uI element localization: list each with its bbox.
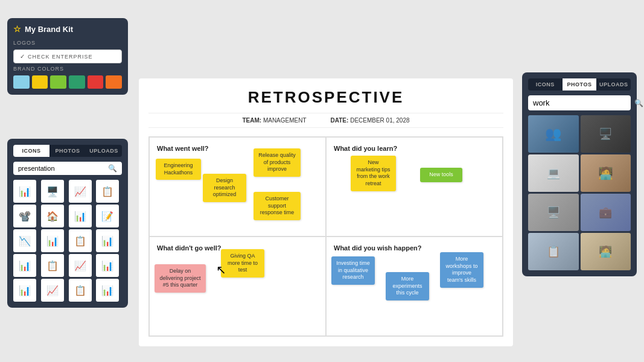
- search-icon: 🔍: [108, 164, 117, 173]
- sticky-marketing[interactable]: New marketing tips from the work retreat: [351, 156, 396, 191]
- photos-tab-icons[interactable]: ICONS: [528, 78, 563, 91]
- color-swatch-0[interactable]: [13, 75, 30, 89]
- retro-panel: RETROSPECTIVE TEAM: MANAGEMENT DATE: DEC…: [139, 78, 513, 346]
- photos-search-box: 🔍: [528, 95, 631, 110]
- retro-meta: TEAM: MANAGEMENT DATE: DECEMBER 01, 2028: [148, 113, 503, 128]
- brand-kit-title: My Brand Kit: [25, 25, 73, 34]
- retro-date: DATE: DECEMBER 01, 2028: [331, 117, 410, 124]
- brand-kit-header: ☆ My Brand Kit: [13, 24, 122, 34]
- photo-people-0: 👥: [528, 115, 579, 153]
- tab-icons[interactable]: ICONS: [13, 145, 49, 157]
- icon-cell-7[interactable]: 📝: [96, 205, 119, 227]
- quadrant-not-well: What didn't go well? ↖ Delay on deliveri…: [149, 237, 326, 336]
- photos-panel: ICONS PHOTOS UPLOADS 🔍 👥 🖥️ 💻 🧑‍💻 🖥️ 💼: [522, 72, 637, 276]
- sticky-delay[interactable]: Delay on delivering project #5 this quar…: [155, 264, 206, 293]
- photo-desk-7: 🧑‍💻: [581, 233, 631, 270]
- photos-search-input[interactable]: [533, 98, 634, 107]
- icons-grid: 📊 🖥️ 📈 📋 📽️ 🏠 📊 📝 📉 📊 📋 📊 📊 📋 📈 📊 📊 📈 📋 …: [13, 180, 122, 302]
- brand-colors-label: BRAND COLORS: [13, 66, 122, 72]
- sticky-design[interactable]: Design research optimized: [203, 174, 246, 202]
- icon-search-input[interactable]: [18, 165, 108, 172]
- photos-search-icon: 🔍: [634, 99, 643, 107]
- quadrant-learn: What did you learn? New marketing tips f…: [326, 137, 503, 237]
- sticky-qa[interactable]: Giving QA more time to test: [221, 249, 264, 278]
- quadrant-wish: What did you wish happen? Investing time…: [326, 237, 503, 336]
- icon-cell-9[interactable]: 📊: [41, 229, 64, 252]
- icon-cell-16[interactable]: 📊: [13, 279, 36, 302]
- star-icon: ☆: [13, 24, 21, 34]
- photo-laptop-2: 💻: [528, 154, 579, 192]
- tab-uploads[interactable]: UPLOADS: [86, 145, 122, 157]
- icon-cell-18[interactable]: 📋: [69, 279, 92, 302]
- sticky-workshops[interactable]: More workshops to improve team's skills: [440, 252, 483, 288]
- icon-cell-6[interactable]: 📊: [69, 205, 92, 227]
- media-tabs-row: ICONS PHOTOS UPLOADS: [13, 145, 122, 157]
- sticky-tools[interactable]: New tools: [420, 168, 462, 182]
- check-icon: ✓: [20, 53, 25, 60]
- photo-cell-1[interactable]: 🖥️: [581, 115, 631, 153]
- photo-cell-2[interactable]: 💻: [528, 154, 579, 192]
- icon-cell-4[interactable]: 📽️: [13, 205, 36, 227]
- icon-cell-1[interactable]: 🖥️: [41, 180, 64, 203]
- icon-search-box: 🔍: [13, 162, 122, 175]
- sticky-customer[interactable]: Customer support response time: [253, 192, 301, 220]
- icon-cell-3[interactable]: 📋: [96, 180, 119, 203]
- quadrant-learn-title: What did you learn?: [334, 145, 495, 152]
- icon-cell-15[interactable]: 📊: [96, 254, 119, 277]
- brand-colors-row: [13, 75, 122, 89]
- photo-cell-0[interactable]: 👥: [528, 115, 579, 153]
- photo-team-6: 📋: [528, 233, 579, 270]
- sticky-engineering[interactable]: Engineering Hackathons: [156, 159, 201, 180]
- photos-tab-uploads[interactable]: UPLOADS: [596, 78, 631, 91]
- photo-cell-5[interactable]: 💼: [581, 194, 631, 231]
- icon-cell-8[interactable]: 📉: [13, 229, 36, 252]
- icon-cell-17[interactable]: 📈: [41, 279, 64, 302]
- color-swatch-2[interactable]: [50, 75, 66, 89]
- sticky-experiments[interactable]: More experiments this cycle: [386, 272, 429, 300]
- quadrant-wish-title: What did you wish happen?: [334, 244, 495, 252]
- icon-cell-14[interactable]: 📈: [69, 254, 92, 277]
- icon-cell-2[interactable]: 📈: [69, 180, 92, 203]
- retro-title: RETROSPECTIVE: [148, 88, 503, 107]
- color-swatch-1[interactable]: [32, 75, 48, 89]
- photo-monitor-4: 🖥️: [528, 194, 579, 231]
- icon-cell-19[interactable]: 📊: [96, 279, 119, 302]
- photos-tabs-row: ICONS PHOTOS UPLOADS: [528, 78, 631, 91]
- check-enterprise-label: CHECK ENTERPRISE: [28, 54, 93, 60]
- photo-cell-4[interactable]: 🖥️: [528, 194, 579, 231]
- sticky-release[interactable]: Release quality of products improve: [253, 148, 301, 177]
- retro-team: TEAM: MANAGEMENT: [242, 117, 306, 124]
- color-swatch-5[interactable]: [106, 75, 122, 89]
- icon-cell-5[interactable]: 🏠: [41, 205, 64, 227]
- icon-cell-12[interactable]: 📊: [13, 254, 36, 277]
- media-panel: ICONS PHOTOS UPLOADS 🔍 📊 🖥️ 📈 📋 📽️ 🏠 📊 📝…: [7, 139, 128, 308]
- quadrant-went-well: What went well? Engineering Hackathons D…: [149, 137, 326, 237]
- icon-cell-10[interactable]: 📋: [69, 229, 92, 252]
- photos-grid: 👥 🖥️ 💻 🧑‍💻 🖥️ 💼 📋 🧑‍💻: [528, 115, 631, 270]
- photo-desk-1: 🖥️: [581, 115, 631, 153]
- photo-work-5: 💼: [581, 194, 631, 231]
- sticky-investing[interactable]: Investing time in qualitative research: [331, 256, 375, 285]
- photo-cell-6[interactable]: 📋: [528, 233, 579, 270]
- logos-label: LOGOS: [13, 40, 122, 46]
- photos-tab-photos[interactable]: PHOTOS: [563, 78, 597, 91]
- photo-person-3: 🧑‍💻: [581, 154, 631, 192]
- check-enterprise-button[interactable]: ✓ CHECK ENTERPRISE: [13, 49, 122, 63]
- icon-cell-11[interactable]: 📊: [96, 229, 119, 252]
- tab-photos[interactable]: PHOTOS: [49, 145, 86, 157]
- icon-cell-0[interactable]: 📊: [13, 180, 36, 203]
- photo-cell-3[interactable]: 🧑‍💻: [581, 154, 631, 192]
- icon-cell-13[interactable]: 📋: [41, 254, 64, 277]
- retro-quadrants: What went well? Engineering Hackathons D…: [148, 136, 503, 337]
- color-swatch-4[interactable]: [88, 75, 104, 89]
- brand-kit-panel: ☆ My Brand Kit LOGOS ✓ CHECK ENTERPRISE …: [7, 18, 128, 95]
- photo-cell-7[interactable]: 🧑‍💻: [581, 233, 631, 270]
- color-swatch-3[interactable]: [69, 75, 85, 89]
